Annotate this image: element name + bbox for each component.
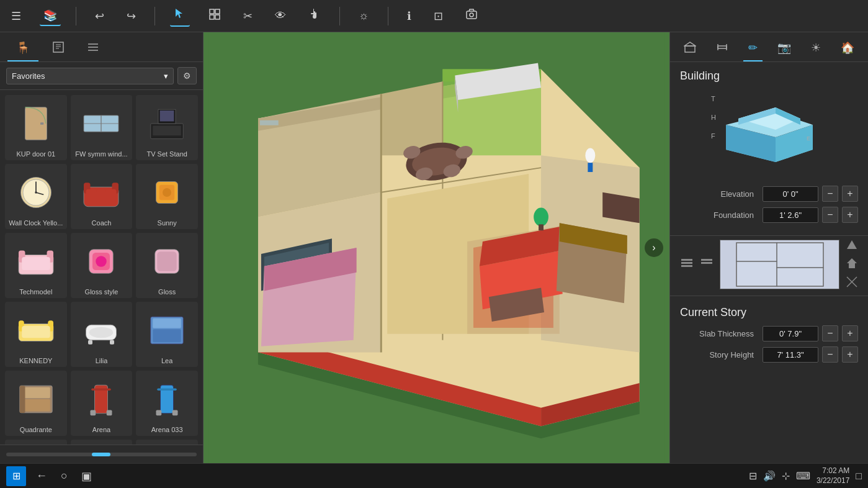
group-icon[interactable] [205, 6, 225, 26]
canvas-expand-button[interactable]: › [645, 238, 663, 257]
list-item[interactable]: Quadrante [5, 371, 67, 436]
tab-furniture[interactable]: 🪑 [7, 37, 38, 61]
list-item[interactable]: KENNEDY [5, 302, 67, 367]
multitask-button[interactable]: ▣ [78, 467, 96, 486]
keyboard-icon[interactable]: ⌨ [796, 470, 810, 482]
furniture-thumb [76, 99, 126, 148]
tab-camera[interactable]: 📷 [772, 37, 796, 61]
list-item[interactable]: Gloss [136, 233, 198, 298]
list-item[interactable]: KUP door 01 [5, 95, 67, 160]
furniture-thumb [11, 99, 61, 148]
redo-icon[interactable]: ↪ [123, 7, 140, 25]
notification-icon[interactable]: □ [856, 471, 862, 482]
camera-top-icon[interactable] [462, 6, 481, 26]
svg-rect-59 [22, 399, 50, 411]
svg-rect-64 [92, 389, 112, 391]
list-item[interactable]: Techmodel [5, 233, 67, 298]
svg-rect-56 [153, 329, 181, 342]
tab-list[interactable] [78, 37, 108, 61]
furniture-thumb [76, 168, 126, 217]
category-dropdown[interactable]: Favorites ▾ [6, 68, 174, 84]
tab-home[interactable]: 🏠 [836, 37, 859, 61]
volume-icon[interactable]: 🔊 [763, 470, 776, 482]
svg-rect-130 [681, 259, 692, 261]
list-item[interactable]: Coach [71, 164, 133, 229]
list-item[interactable] [71, 440, 133, 445]
scissors-icon[interactable]: ✂ [239, 7, 256, 25]
eye-icon[interactable]: 👁 [271, 7, 290, 25]
level-t: T [711, 95, 716, 102]
svg-rect-31 [86, 189, 97, 202]
list-item[interactable]: Gloss style [71, 233, 133, 298]
main-content: 🪑 Favorites ▾ ⚙ [0, 32, 868, 463]
list-item[interactable] [5, 440, 67, 445]
elevation-input[interactable] [763, 186, 818, 202]
story-height-input[interactable] [763, 347, 818, 363]
list-item[interactable]: Arena 033 [136, 371, 198, 436]
taskbar-right: ⊟ 🔊 ⊹ ⌨ 7:02 AM 3/22/2017 □ [749, 466, 862, 486]
story-control-1[interactable] [680, 256, 694, 273]
foundation-increase-button[interactable]: + [842, 207, 858, 223]
foundation-row: Foundation − + [680, 207, 858, 223]
list-item[interactable]: Sunny [136, 164, 198, 229]
story-height-label: Story Height [680, 350, 759, 359]
elevation-decrease-button[interactable]: − [822, 186, 838, 202]
furniture-label: KUP door 01 [16, 150, 55, 158]
canvas-area[interactable]: › [204, 32, 669, 463]
library-icon[interactable]: 📚 [40, 6, 61, 26]
elevation-increase-button[interactable]: + [842, 186, 858, 202]
panel-settings-button[interactable]: ⚙ [177, 67, 197, 84]
tab-light[interactable]: ☀ [806, 37, 826, 61]
furniture-label: KENNEDY [19, 357, 52, 364]
furniture-thumb [11, 374, 61, 424]
svg-marker-140 [847, 240, 857, 249]
start-button[interactable]: ⊞ [6, 466, 26, 486]
foundation-decrease-button[interactable]: − [822, 207, 838, 223]
list-item[interactable] [136, 440, 198, 445]
slab-decrease-button[interactable]: − [822, 325, 838, 341]
svg-rect-67 [172, 410, 178, 416]
network-icon[interactable]: ⊹ [782, 470, 790, 482]
list-item[interactable]: Lilia [71, 302, 133, 367]
slab-increase-button[interactable]: + [842, 325, 858, 341]
story-control-2[interactable] [700, 256, 714, 273]
resize-icon[interactable]: ⊡ [430, 7, 447, 25]
back-button[interactable]: ← [32, 467, 51, 485]
tab-pencil[interactable]: ✏ [743, 37, 763, 61]
list-item[interactable]: Lea [136, 302, 198, 367]
taskbar: ⊞ ← ○ ▣ ⊟ 🔊 ⊹ ⌨ 7:02 AM 3/22/2017 □ [0, 463, 868, 488]
foundation-input[interactable] [763, 207, 818, 223]
scroll-thumb[interactable] [92, 453, 110, 456]
menu-icon[interactable]: ☰ [7, 7, 25, 25]
furniture-label: FW symm wind... [75, 150, 127, 158]
svg-rect-1 [210, 9, 214, 14]
tablet-icon[interactable]: ⊟ [749, 470, 757, 482]
select-icon[interactable] [170, 5, 190, 27]
story-up-icon[interactable] [846, 238, 858, 253]
story-height-increase-button[interactable]: + [842, 346, 858, 363]
tab-measure[interactable] [711, 37, 733, 61]
list-item[interactable]: FW symm wind... [71, 95, 133, 160]
furniture-label: Wall Clock Yello... [9, 219, 63, 227]
list-item[interactable]: TV Set Stand [136, 95, 198, 160]
svg-rect-117 [685, 46, 695, 52]
furniture-label: Techmodel [19, 288, 52, 296]
slab-thickness-input[interactable] [763, 326, 818, 341]
scroll-track[interactable] [6, 453, 197, 456]
undo-icon[interactable]: ↩ [91, 7, 108, 25]
settings-sun-icon[interactable]: ☼ [355, 7, 373, 25]
info-icon[interactable]: ℹ [403, 7, 415, 25]
story-house-icon[interactable] [846, 257, 858, 272]
story-grid-icon[interactable] [846, 276, 858, 291]
tab-draw[interactable] [43, 37, 73, 61]
svg-rect-113 [260, 120, 279, 125]
search-button[interactable]: ○ [57, 467, 71, 485]
elevation-row: Elevation − + [680, 186, 858, 202]
svg-rect-20 [153, 126, 181, 136]
tab-build[interactable] [679, 37, 701, 61]
story-height-decrease-button[interactable]: − [822, 346, 838, 363]
list-item[interactable]: Arena [71, 371, 133, 436]
list-item[interactable]: Wall Clock Yello... [5, 164, 67, 229]
hand-icon[interactable] [305, 6, 324, 26]
furniture-label: Coach [92, 219, 112, 227]
